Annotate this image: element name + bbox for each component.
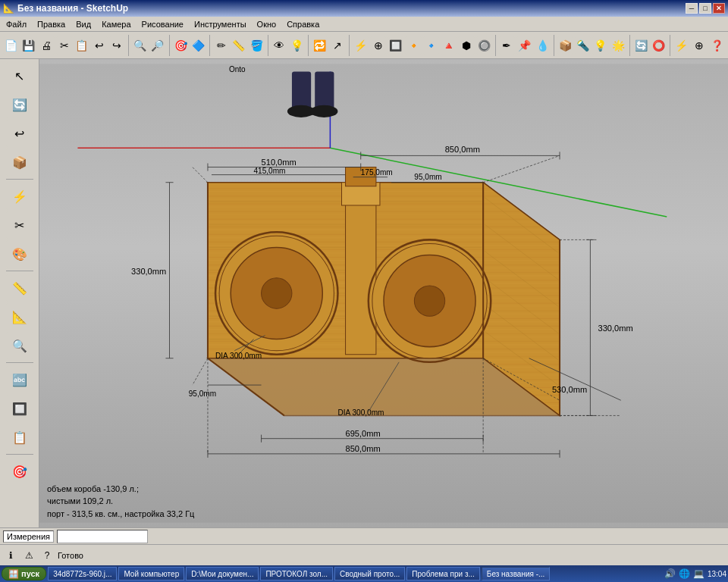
toolbar-button[interactable]: 💡 bbox=[592, 36, 608, 55]
toolbar-button[interactable]: 🌟 bbox=[610, 36, 626, 55]
menu-item-рисование[interactable]: Рисование bbox=[137, 18, 188, 30]
toolbar-button[interactable]: 🔸 bbox=[405, 36, 421, 55]
toolbar-button[interactable]: 🖨 bbox=[39, 36, 55, 55]
info-icon-btn[interactable]: ℹ bbox=[3, 548, 18, 563]
sidebar-button[interactable]: 📋 bbox=[6, 424, 33, 451]
toolbar-button[interactable]: 📋 bbox=[74, 36, 89, 55]
toolbar-button[interactable]: 🔲 bbox=[388, 36, 403, 55]
menu-item-файл[interactable]: Файл bbox=[2, 18, 31, 30]
tray-sound-icon[interactable]: 🔊 bbox=[664, 568, 676, 579]
toolbar-button[interactable]: 👁 bbox=[271, 36, 287, 55]
tray-pc-icon[interactable]: 💻 bbox=[693, 568, 704, 579]
toolbar-button[interactable]: ✏ bbox=[213, 36, 229, 55]
svg-text:95,0mm: 95,0mm bbox=[189, 390, 216, 398]
toolbar-button[interactable]: 🔎 bbox=[149, 36, 165, 55]
measurements-input[interactable] bbox=[57, 530, 148, 543]
svg-text:850,0mm: 850,0mm bbox=[346, 444, 381, 453]
toolbar-button[interactable]: 🔦 bbox=[575, 36, 591, 55]
toolbar-button[interactable]: 🔁 bbox=[312, 36, 328, 55]
menu-item-камера[interactable]: Камера bbox=[97, 18, 135, 30]
taskbar-item-7[interactable]: Без названия -... bbox=[482, 567, 551, 580]
toolbar-button[interactable]: 🎯 bbox=[172, 36, 188, 55]
sidebar-button[interactable]: 📦 bbox=[6, 149, 33, 176]
taskbar-item-3[interactable]: D:\Мои докумен... bbox=[186, 567, 259, 580]
toolbar-button[interactable]: 💾 bbox=[20, 36, 36, 55]
title-text: Без названия - SketchUp bbox=[17, 3, 128, 14]
sidebar-separator bbox=[6, 179, 33, 180]
help-icon-btn[interactable]: ? bbox=[39, 548, 55, 563]
menu-item-окно[interactable]: Окно bbox=[253, 18, 281, 30]
svg-text:DIA 300,0mm: DIA 300,0mm bbox=[215, 352, 262, 360]
menu-item-вид[interactable]: Вид bbox=[71, 18, 96, 30]
toolbar-button[interactable]: ⭕ bbox=[651, 36, 667, 55]
taskbar-item-6[interactable]: Проблема при з... bbox=[406, 567, 479, 580]
sidebar-button[interactable]: 📐 bbox=[6, 303, 33, 330]
viewport[interactable]: 510,0mm 850,0mm 415,0mm 175,0mm 95,0mm 3… bbox=[39, 59, 728, 527]
toolbar-button[interactable]: ⊕ bbox=[691, 36, 707, 55]
sidebar-button[interactable]: ⚡ bbox=[6, 183, 33, 210]
svg-text:510,0mm: 510,0mm bbox=[262, 158, 297, 167]
maximize-button[interactable]: □ bbox=[699, 3, 711, 14]
toolbar-button[interactable]: 📄 bbox=[3, 36, 19, 55]
sidebar-button[interactable]: 📏 bbox=[6, 274, 33, 302]
toolbar-button[interactable]: ⚡ bbox=[353, 36, 369, 55]
toolbar-button[interactable]: 🔄 bbox=[633, 36, 649, 55]
toolbar-separator bbox=[169, 35, 170, 56]
menu-item-справка[interactable]: Справка bbox=[282, 18, 324, 30]
svg-text:DIA 300,0mm: DIA 300,0mm bbox=[337, 408, 384, 417]
svg-text:415,0mm: 415,0mm bbox=[253, 167, 285, 175]
taskbar-item-1[interactable]: 34d8772s-960.j... bbox=[48, 567, 117, 580]
sidebar-button[interactable]: 🔄 bbox=[6, 91, 33, 118]
sidebar-button[interactable]: 🔤 bbox=[6, 366, 33, 393]
svg-marker-40 bbox=[346, 190, 376, 355]
taskbar-item-4[interactable]: ПРОТОКОЛ зол... bbox=[260, 567, 333, 580]
sidebar-button[interactable]: 🔲 bbox=[6, 395, 33, 422]
toolbar-button[interactable]: 💧 bbox=[534, 36, 550, 55]
toolbar-button[interactable]: 🔷 bbox=[190, 36, 206, 55]
sidebar-button[interactable]: 🎨 bbox=[6, 240, 33, 268]
tray-network-icon[interactable]: 🌐 bbox=[679, 568, 690, 579]
toolbar-button[interactable]: ❓ bbox=[709, 36, 725, 55]
toolbar-button[interactable]: 🔹 bbox=[423, 36, 439, 55]
toolbar-button[interactable]: 🪣 bbox=[248, 36, 264, 55]
toolbar-button[interactable]: ⬢ bbox=[458, 36, 474, 55]
sidebar-button[interactable]: ✂ bbox=[6, 211, 33, 239]
toolbar-button[interactable]: 📌 bbox=[516, 36, 532, 55]
toolbar-button[interactable]: 📏 bbox=[231, 36, 246, 55]
toolbar-button[interactable]: ↪ bbox=[109, 36, 125, 55]
sidebar-button[interactable]: 🎯 bbox=[6, 458, 33, 485]
toolbar-button[interactable]: 📦 bbox=[557, 36, 573, 55]
toolbar-separator bbox=[308, 35, 309, 56]
toolbar-button[interactable]: ✒ bbox=[499, 36, 515, 55]
bottombar: ℹ ⚠ ? Готово bbox=[0, 544, 728, 565]
taskbar: 🪟 пуск 34d8772s-960.j... Мой компьютер D… bbox=[0, 565, 728, 582]
warning-icon-btn[interactable]: ⚠ bbox=[21, 548, 36, 563]
toolbar-button[interactable]: 🔍 bbox=[132, 36, 148, 55]
sidebar-button[interactable]: 🔍 bbox=[6, 332, 33, 359]
taskbar-item-5[interactable]: Сводный прото... bbox=[334, 567, 405, 580]
taskbar-right: 🔊 🌐 💻 13:04 bbox=[664, 568, 726, 579]
close-button[interactable]: ✕ bbox=[713, 3, 725, 14]
toolbar-button[interactable]: 💡 bbox=[289, 36, 305, 55]
toolbar-button[interactable]: ⊕ bbox=[370, 36, 386, 55]
start-button[interactable]: 🪟 пуск bbox=[2, 567, 46, 580]
minimize-button[interactable]: ─ bbox=[686, 3, 698, 14]
toolbar-button[interactable]: ⚡ bbox=[673, 36, 689, 55]
toolbar-separator bbox=[629, 35, 630, 56]
menubar: ФайлПравкаВидКамераРисованиеИнструментыО… bbox=[0, 17, 728, 32]
toolbar-button[interactable]: 🔺 bbox=[441, 36, 457, 55]
toolbar-button[interactable]: 🔘 bbox=[476, 36, 492, 55]
toolbar-button[interactable]: ↗ bbox=[329, 36, 345, 55]
scene: 510,0mm 850,0mm 415,0mm 175,0mm 95,0mm 3… bbox=[39, 59, 728, 527]
svg-text:530,0mm: 530,0mm bbox=[552, 385, 587, 394]
toolbar-button[interactable]: ✂ bbox=[56, 36, 72, 55]
status-ready: Готово bbox=[58, 551, 83, 560]
menu-item-инструменты[interactable]: Инструменты bbox=[190, 18, 251, 30]
menu-item-правка[interactable]: Правка bbox=[33, 18, 70, 30]
sidebar-button[interactable]: ↖ bbox=[6, 62, 33, 89]
svg-rect-10 bbox=[292, 71, 311, 109]
toolbar-button[interactable]: ↩ bbox=[91, 36, 107, 55]
taskbar-item-2[interactable]: Мой компьютер bbox=[118, 567, 184, 580]
svg-text:330,0mm: 330,0mm bbox=[131, 267, 166, 276]
sidebar-button[interactable]: ↩ bbox=[6, 120, 33, 147]
